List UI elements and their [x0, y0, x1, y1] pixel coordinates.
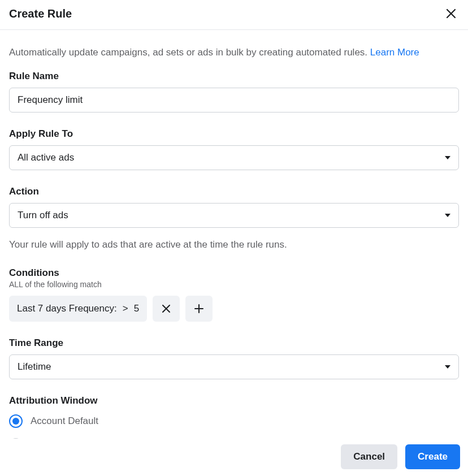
- radio-indicator: [9, 414, 23, 428]
- rule-name-input[interactable]: [9, 88, 459, 112]
- modal-footer: Cancel Create: [0, 439, 468, 476]
- attribution-window-section: Attribution Window Account Default Custo…: [9, 395, 459, 439]
- apply-to-label: Apply Rule To: [9, 128, 459, 140]
- time-range-label: Time Range: [9, 337, 459, 349]
- caret-down-icon: [445, 156, 450, 159]
- x-icon: [162, 304, 171, 313]
- action-section: Action Turn off ads: [9, 186, 459, 228]
- create-rule-modal: Create Rule Automatically update campaig…: [0, 0, 468, 476]
- cancel-button[interactable]: Cancel: [341, 444, 397, 469]
- remove-condition-button[interactable]: [153, 296, 180, 322]
- attribution-option-default[interactable]: Account Default: [9, 414, 459, 428]
- attribution-window-label: Attribution Window: [9, 395, 459, 406]
- time-range-select[interactable]: Lifetime: [9, 354, 459, 379]
- rule-name-section: Rule Name: [9, 71, 459, 112]
- apply-to-select[interactable]: All active ads: [9, 145, 459, 170]
- condition-value: 5: [134, 303, 139, 314]
- plus-icon: [194, 304, 203, 313]
- close-icon: [445, 8, 457, 19]
- condition-chip[interactable]: Last 7 days Frequency: > 5: [9, 296, 147, 322]
- modal-body: Automatically update campaigns, ad sets …: [0, 30, 468, 439]
- attribution-radio-group: Account Default Custom: [9, 414, 459, 439]
- action-select[interactable]: Turn off ads: [9, 203, 459, 228]
- action-label: Action: [9, 186, 459, 197]
- condition-field: Last 7 days Frequency:: [17, 303, 117, 314]
- conditions-section: Conditions ALL of the following match La…: [9, 267, 459, 322]
- apply-to-value: All active ads: [18, 152, 74, 163]
- intro-text: Automatically update campaigns, ad sets …: [9, 47, 459, 58]
- modal-header: Create Rule: [0, 0, 468, 30]
- create-button[interactable]: Create: [405, 444, 460, 469]
- conditions-label: Conditions: [9, 267, 459, 279]
- add-condition-button[interactable]: [185, 296, 213, 322]
- condition-row: Last 7 days Frequency: > 5: [9, 296, 459, 322]
- rule-name-label: Rule Name: [9, 71, 459, 82]
- rule-note: Your rule will apply to ads that are act…: [9, 239, 459, 250]
- action-value: Turn off ads: [18, 210, 68, 221]
- close-button[interactable]: [443, 6, 459, 21]
- modal-title: Create Rule: [9, 7, 72, 20]
- caret-down-icon: [445, 365, 450, 369]
- apply-to-section: Apply Rule To All active ads: [9, 128, 459, 170]
- conditions-sublabel: ALL of the following match: [9, 280, 459, 289]
- time-range-value: Lifetime: [18, 361, 51, 373]
- time-range-section: Time Range Lifetime: [9, 337, 459, 379]
- radio-label: Account Default: [31, 416, 98, 427]
- condition-operator: >: [123, 303, 128, 314]
- caret-down-icon: [445, 214, 450, 217]
- learn-more-link[interactable]: Learn More: [370, 47, 419, 58]
- intro-text-body: Automatically update campaigns, ad sets …: [9, 47, 370, 58]
